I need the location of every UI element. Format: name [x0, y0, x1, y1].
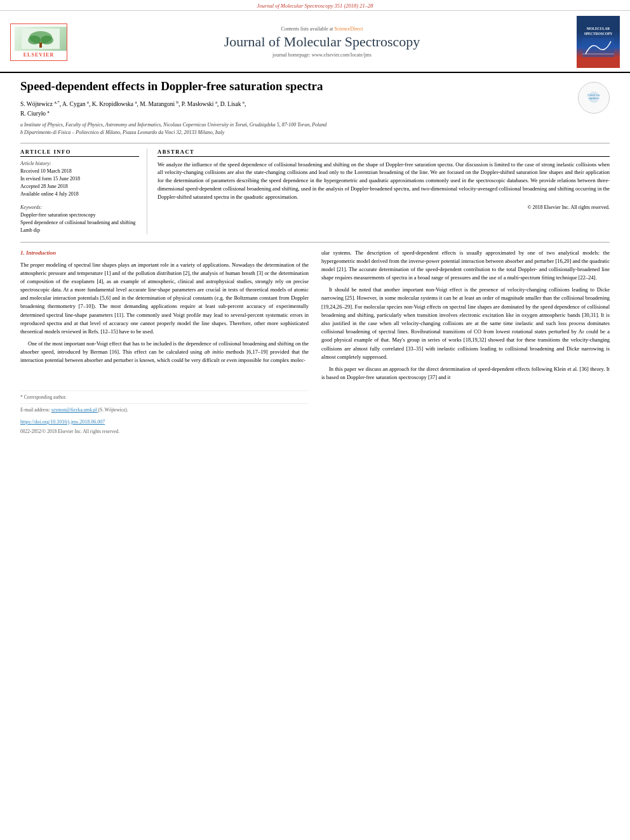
svg-text:updates: updates — [589, 97, 598, 100]
sciencedirect-line: Contents lists available at ScienceDirec… — [74, 26, 570, 32]
corresponding-label: * Corresponding author. — [20, 394, 67, 400]
body-separator — [20, 242, 610, 243]
page-wrapper: Journal of Molecular Spectroscopy 351 (2… — [0, 0, 630, 840]
affiliation-a: a Institute of Physics, Faculty of Physi… — [20, 121, 610, 129]
elsevier-logo-box: ELSEVIER — [10, 23, 67, 61]
article-info-column: ARTICLE INFO Article history: Received 1… — [20, 149, 147, 234]
revised-date: In revised form 15 June 2018 — [20, 175, 139, 183]
article-history-label: Article history: — [20, 161, 139, 166]
abstract-text: We analyze the influence of the speed de… — [158, 161, 610, 201]
body-columns: 1. Introduction The proper modeling of s… — [20, 249, 610, 436]
journal-ref: Journal of Molecular Spectroscopy 351 (2… — [257, 3, 373, 9]
email-link[interactable]: szymon@fizyka.umk.pl — [51, 407, 98, 413]
email-person: (S. Wójtewicz). — [98, 407, 128, 413]
section1-col2-para2: It should be noted that another importan… — [321, 286, 610, 361]
email-note: E-mail address: szymon@fizyka.umk.pl (S.… — [20, 403, 309, 414]
header-center: Contents lists available at ScienceDirec… — [74, 26, 570, 58]
doi-link[interactable]: https://doi.org/10.1016/j.jms.2018.06.00… — [20, 419, 105, 425]
elsevier-logo: ELSEVIER — [10, 23, 67, 61]
sciencedirect-link[interactable]: ScienceDirect — [335, 26, 363, 32]
section1-col2-para1: ular systems. The description of speed-d… — [321, 249, 610, 283]
body-col-left: 1. Introduction The proper modeling of s… — [20, 249, 309, 436]
affiliations: a Institute of Physics, Faculty of Physi… — [20, 121, 610, 137]
keywords-list: Doppler-free saturation spectroscopy Spe… — [20, 211, 139, 234]
authors-line: S. Wójtewicz a,*, A. Cygan a, K. Kropidł… — [20, 99, 610, 119]
journal-cover-image: MOLECULARSPECTROSCOPY — [577, 16, 620, 68]
corresponding-author-note: * Corresponding author. — [20, 390, 309, 401]
keyword-3: Lamb dip — [20, 227, 139, 234]
cover-title-text: MOLECULARSPECTROSCOPY — [584, 27, 613, 36]
svg-rect-4 — [39, 43, 42, 48]
article-title: Speed-dependent effects in Doppler-free … — [20, 79, 610, 94]
doi-area: https://doi.org/10.1016/j.jms.2018.06.00… — [20, 418, 309, 426]
body-col-right: ular systems. The description of speed-d… — [321, 249, 610, 436]
check-updates-badge: Check for updates — [578, 82, 610, 114]
accepted-date: Accepted 28 June 2018 — [20, 183, 139, 190]
email-label: E-mail address: — [20, 407, 50, 413]
header-area: ELSEVIER Contents lists available at Sci… — [0, 11, 630, 73]
main-content: Check for updates Speed-dependent effect… — [0, 73, 630, 446]
abstract-column: ABSTRACT We analyze the influence of the… — [158, 149, 610, 234]
journal-cover-box: MOLECULARSPECTROSCOPY — [577, 16, 620, 68]
abstract-copyright: © 2018 Elsevier Inc. All rights reserved… — [158, 204, 610, 210]
article-info-label: ARTICLE INFO — [20, 149, 139, 157]
footer-copyright: 0022-2852/© 2018 Elsevier Inc. All right… — [20, 428, 309, 436]
received-date: Received 10 March 2018 — [20, 168, 139, 175]
authors-text: S. Wójtewicz a,*, A. Cygan a, K. Kropidł… — [20, 101, 246, 107]
keyword-1: Doppler-free saturation spectroscopy — [20, 211, 139, 219]
abstract-label: ABSTRACT — [158, 149, 610, 157]
top-journal-bar: Journal of Molecular Spectroscopy 351 (2… — [0, 0, 630, 11]
journal-title-header: Journal of Molecular Spectroscopy — [74, 34, 570, 50]
article-info-abstract: ARTICLE INFO Article history: Received 1… — [20, 149, 610, 234]
keyword-2: Speed dependence of collisional broadeni… — [20, 219, 139, 227]
elsevier-tree-image — [15, 27, 67, 51]
svg-point-3 — [41, 36, 53, 44]
email-address: szymon@fizyka.umk.pl — [51, 407, 97, 413]
elsevier-brand-text: ELSEVIER — [15, 52, 63, 58]
check-updates-area: Check for updates — [573, 82, 610, 116]
available-date: Available online 4 July 2018 — [20, 190, 139, 198]
authors-line2: R. Ciuryło a — [20, 110, 50, 117]
section1-col2-para3: In this paper we discuss an approach for… — [321, 365, 610, 382]
keywords-label: Keywords: — [20, 204, 139, 210]
separator-line-1 — [20, 143, 610, 143]
section1-para2: One of the most important non-Voigt effe… — [20, 340, 309, 365]
journal-homepage-line: journal homepage: www.elsevier.com/locat… — [74, 52, 570, 58]
affiliation-b: b Dipartimento di Fisica – Politecnico d… — [20, 129, 610, 137]
footnote-area: * Corresponding author. E-mail address: … — [20, 369, 309, 436]
section1-para1: The proper modeling of spectral line sha… — [20, 261, 309, 337]
svg-point-2 — [28, 36, 41, 44]
badge-inner-text: Check for updates — [587, 91, 600, 105]
section1-heading: 1. Introduction — [20, 249, 309, 258]
